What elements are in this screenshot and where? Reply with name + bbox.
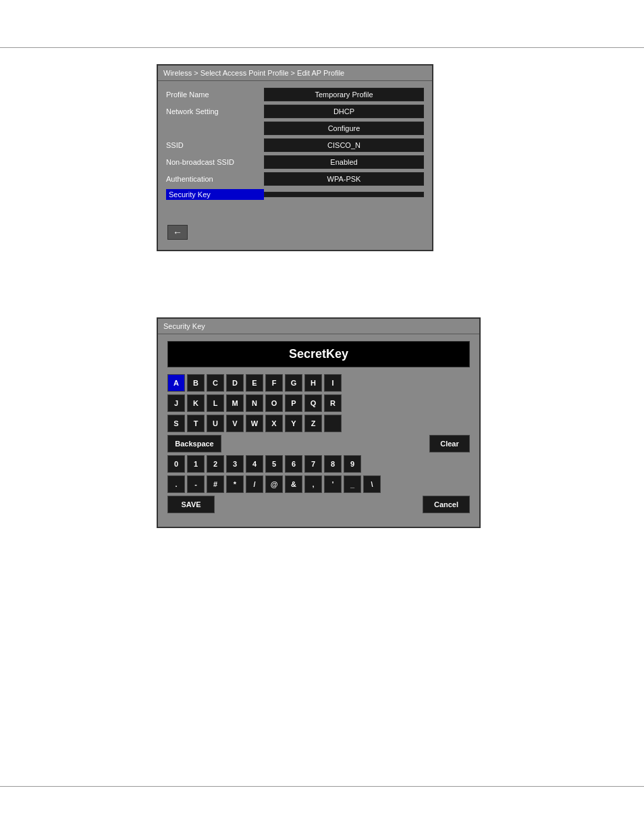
profile-name-value[interactable]: Temporary Profile	[264, 88, 424, 101]
key-N[interactable]: N	[246, 394, 263, 412]
key-L[interactable]: L	[207, 394, 224, 412]
key-underscore[interactable]: _	[344, 475, 361, 493]
key-R[interactable]: R	[324, 394, 342, 412]
authentication-label: Authentication	[166, 175, 264, 183]
key-6[interactable]: 6	[285, 455, 302, 473]
security-key-input[interactable]: SecretKey	[167, 341, 470, 367]
security-key-label[interactable]: Security Key	[166, 189, 264, 200]
key-backslash[interactable]: \	[363, 475, 381, 493]
key-1[interactable]: 1	[187, 455, 205, 473]
key-slash[interactable]: /	[246, 475, 263, 493]
keyboard-row-4: 0 1 2 3 4 5 6 7 8 9	[167, 455, 470, 473]
key-E[interactable]: E	[246, 374, 263, 392]
ap-profile-panel: Wireless > Select Access Point Profile >…	[157, 64, 433, 251]
key-5[interactable]: 5	[265, 455, 283, 473]
key-blank[interactable]	[324, 415, 342, 432]
key-8[interactable]: 8	[324, 455, 342, 473]
cancel-button[interactable]: Cancel	[423, 496, 470, 513]
ap-profile-body: Profile Name Temporary Profile Network S…	[158, 81, 432, 250]
network-setting-row: Network Setting DHCP	[166, 105, 424, 118]
keyboard-row-2: J K L M N O P Q R	[167, 394, 470, 412]
security-key-body: SecretKey A B C D E F G H I J K L M N O …	[158, 334, 479, 527]
key-C[interactable]: C	[207, 374, 224, 392]
key-F[interactable]: F	[265, 374, 283, 392]
spacer3	[166, 214, 424, 219]
key-S[interactable]: S	[167, 415, 185, 432]
network-setting-value[interactable]: DHCP	[264, 105, 424, 118]
configure-row: Configure	[166, 122, 424, 135]
key-B[interactable]: B	[187, 374, 205, 392]
key-9[interactable]: 9	[344, 455, 361, 473]
key-M[interactable]: M	[226, 394, 244, 412]
key-Z[interactable]: Z	[304, 415, 322, 432]
non-broadcast-value[interactable]: Enabled	[264, 155, 424, 169]
key-Y[interactable]: Y	[285, 415, 302, 432]
configure-button[interactable]: Configure	[264, 122, 424, 135]
authentication-row: Authentication WPA-PSK	[166, 172, 424, 186]
key-quote[interactable]: '	[324, 475, 342, 493]
backspace-clear-row: Backspace Clear	[167, 435, 470, 452]
top-divider	[0, 47, 644, 48]
security-key-row: Security Key	[166, 189, 424, 200]
key-hash[interactable]: #	[207, 475, 224, 493]
spacer	[166, 203, 424, 209]
spacer2	[166, 209, 424, 214]
key-P[interactable]: P	[285, 394, 302, 412]
key-Q[interactable]: Q	[304, 394, 322, 412]
keyboard-row-5: . - # * / @ & , ' _ \	[167, 475, 470, 493]
profile-name-row: Profile Name Temporary Profile	[166, 88, 424, 101]
key-A[interactable]: A	[167, 374, 185, 392]
ssid-row: SSID CISCO_N	[166, 138, 424, 152]
non-broadcast-label: Non-broadcast SSID	[166, 158, 264, 166]
key-K[interactable]: K	[187, 394, 205, 412]
key-3[interactable]: 3	[226, 455, 244, 473]
key-W[interactable]: W	[246, 415, 263, 432]
ssid-label: SSID	[166, 141, 264, 149]
network-setting-label: Network Setting	[166, 107, 264, 115]
key-7[interactable]: 7	[304, 455, 322, 473]
key-at[interactable]: @	[265, 475, 283, 493]
non-broadcast-row: Non-broadcast SSID Enabled	[166, 155, 424, 169]
key-G[interactable]: G	[285, 374, 302, 392]
back-button[interactable]: ←	[167, 225, 188, 240]
key-T[interactable]: T	[187, 415, 205, 432]
key-H[interactable]: H	[304, 374, 322, 392]
key-U[interactable]: U	[207, 415, 224, 432]
key-V[interactable]: V	[226, 415, 244, 432]
ap-profile-header: Wireless > Select Access Point Profile >…	[158, 66, 432, 81]
ssid-value[interactable]: CISCO_N	[264, 138, 424, 152]
key-D[interactable]: D	[226, 374, 244, 392]
security-key-header: Security Key	[158, 319, 479, 334]
save-cancel-row: SAVE Cancel	[167, 496, 470, 513]
key-O[interactable]: O	[265, 394, 283, 412]
clear-button[interactable]: Clear	[429, 435, 470, 452]
bottom-divider	[0, 786, 644, 787]
key-dash[interactable]: -	[187, 475, 205, 493]
key-4[interactable]: 4	[246, 455, 263, 473]
key-star[interactable]: *	[226, 475, 244, 493]
security-key-panel: Security Key SecretKey A B C D E F G H I…	[157, 317, 481, 528]
key-X[interactable]: X	[265, 415, 283, 432]
key-0[interactable]: 0	[167, 455, 185, 473]
key-J[interactable]: J	[167, 394, 185, 412]
key-comma[interactable]: ,	[304, 475, 322, 493]
profile-name-label: Profile Name	[166, 90, 264, 99]
backspace-button[interactable]: Backspace	[167, 435, 221, 452]
keyboard-row-3: S T U V W X Y Z	[167, 415, 470, 432]
key-I[interactable]: I	[324, 374, 342, 392]
authentication-value[interactable]: WPA-PSK	[264, 172, 424, 186]
security-key-value[interactable]	[264, 192, 424, 197]
save-button[interactable]: SAVE	[167, 496, 215, 513]
key-dot[interactable]: .	[167, 475, 185, 493]
key-2[interactable]: 2	[207, 455, 224, 473]
keyboard-row-1: A B C D E F G H I	[167, 374, 470, 392]
key-amp[interactable]: &	[285, 475, 302, 493]
